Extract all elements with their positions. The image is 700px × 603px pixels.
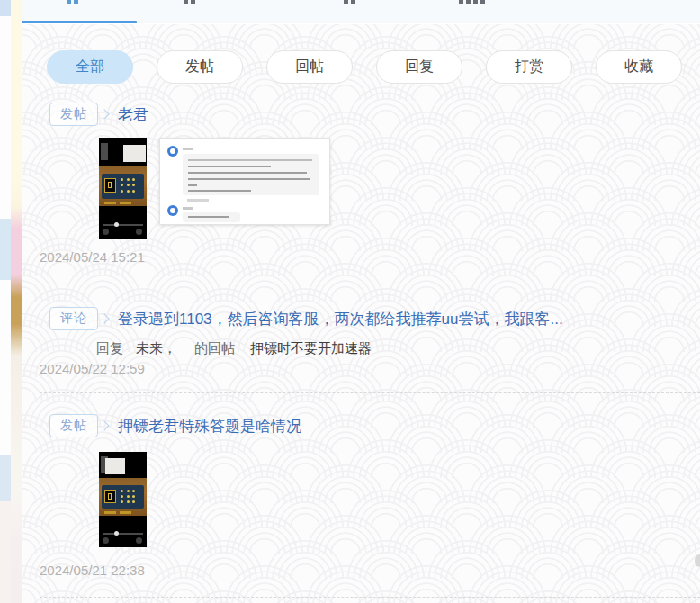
left-list-row — [0, 454, 11, 501]
thumbnail-white-block — [123, 145, 146, 162]
activity-panel: 全部 发帖 回帖 回复 打赏 收藏 发帖 老君 — [22, 0, 700, 603]
post-type-badge: 发帖 — [49, 103, 98, 126]
left-list-row — [0, 0, 11, 16]
filter-comments[interactable]: 回复 — [376, 50, 462, 84]
chevron-right-icon — [99, 420, 109, 430]
filter-all[interactable]: 全部 — [47, 50, 133, 84]
item-separator — [40, 597, 700, 598]
chat-avatar-icon — [167, 146, 178, 157]
fullscreen-icon[interactable] — [136, 537, 142, 544]
chat-username — [183, 148, 193, 150]
floating-widget-handle[interactable] — [695, 554, 700, 567]
comment-type-badge: 评论 — [49, 307, 98, 330]
item-timestamp: 2024/05/24 15:21 — [40, 249, 700, 265]
active-tab-underline — [22, 21, 137, 23]
answer-buttons — [104, 511, 130, 514]
glyph-box — [104, 490, 115, 503]
comment-title-link[interactable]: 登录遇到1103，然后咨询客服，两次都给我推荐uu尝试，我跟客... — [118, 309, 563, 329]
tab-clipped[interactable] — [184, 0, 195, 4]
tab-clipped[interactable] — [344, 0, 355, 4]
answer-dot-grid — [120, 488, 137, 504]
feed-item-images — [99, 452, 700, 547]
post-type-badge: 发帖 — [49, 414, 98, 437]
background-left-column — [0, 0, 11, 603]
feed-item-header: 发帖 押镖老君特殊答题是啥情况 — [49, 413, 700, 438]
chat-username — [183, 207, 193, 210]
reply-prefix: 回复 — [96, 340, 123, 357]
answer-dot-grid — [120, 176, 137, 194]
activity-content: 全部 发帖 回帖 回复 打赏 收藏 发帖 老君 — [22, 24, 700, 603]
left-list-row — [0, 501, 11, 603]
left-list-row — [0, 219, 11, 280]
tab-clipped-active[interactable] — [67, 0, 78, 4]
filter-pill-row: 全部 发帖 回帖 回复 打赏 收藏 — [47, 50, 700, 84]
profile-activity-page: 全部 发帖 回帖 回复 打赏 收藏 发帖 老君 — [0, 0, 700, 603]
tab-bar — [22, 0, 700, 23]
chat-avatar-icon — [167, 205, 178, 216]
item-timestamp: 2024/05/21 22:38 — [40, 562, 700, 578]
chat-screenshot-thumbnail[interactable] — [159, 138, 330, 225]
glyph-box — [104, 178, 115, 193]
play-icon[interactable] — [103, 229, 109, 235]
reply-username: 未来， — [136, 340, 176, 357]
item-separator — [40, 392, 700, 393]
game-scene — [99, 478, 147, 516]
post-title-link[interactable]: 押镖老君特殊答题是啥情况 — [118, 416, 301, 436]
chevron-right-icon — [99, 109, 109, 119]
chat-message-bubble — [183, 154, 319, 195]
filter-favorites[interactable]: 收藏 — [596, 50, 682, 84]
answer-panel — [102, 174, 144, 199]
game-scene — [99, 166, 147, 206]
chat-message-bubble — [183, 212, 240, 222]
thumbnail-white-block — [105, 458, 124, 474]
answer-panel — [102, 485, 144, 508]
filter-replies[interactable]: 回帖 — [266, 50, 353, 84]
game-video-thumbnail[interactable] — [99, 138, 147, 239]
feed-item-header: 发帖 老君 — [49, 102, 700, 127]
feed-item-header: 评论 登录遇到1103，然后咨询客服，两次都给我推荐uu尝试，我跟客... — [49, 306, 700, 331]
chat-timestamp — [187, 199, 209, 202]
video-progress-bar[interactable] — [103, 224, 143, 226]
reply-context-row: 回复 未来， 的回帖 押镖时不要开加速器 — [96, 340, 700, 357]
game-video-thumbnail[interactable] — [99, 452, 147, 547]
item-separator — [40, 284, 700, 284]
feed-item-images — [99, 138, 700, 239]
thumbnail-gray-block — [101, 143, 108, 160]
play-icon[interactable] — [103, 537, 109, 544]
fullscreen-icon[interactable] — [136, 229, 142, 235]
post-title-link[interactable]: 老君 — [118, 104, 148, 125]
background-image-strip — [11, 0, 22, 603]
reply-label: 的回帖 — [194, 340, 235, 357]
filter-posts[interactable]: 发帖 — [157, 50, 243, 84]
tab-clipped[interactable] — [459, 0, 485, 4]
video-progress-bar[interactable] — [103, 533, 143, 535]
item-timestamp: 2024/05/22 12:59 — [40, 361, 700, 376]
reply-target-post-link[interactable]: 押镖时不要开加速器 — [250, 340, 372, 357]
filter-rewards[interactable]: 打赏 — [486, 50, 572, 84]
chevron-right-icon — [99, 313, 109, 323]
answer-buttons — [104, 202, 130, 204]
